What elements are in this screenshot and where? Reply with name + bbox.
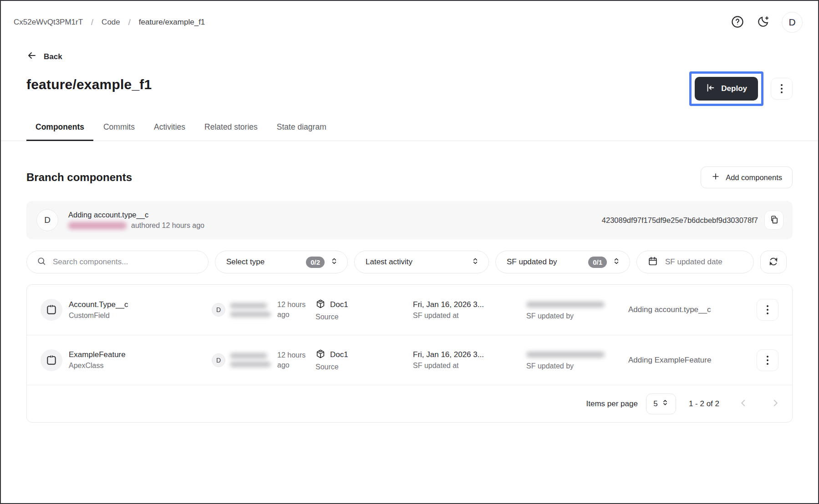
component-type: CustomField — [69, 312, 205, 320]
search-icon — [37, 257, 46, 268]
doc-sub: Source — [315, 313, 407, 321]
chevron-left-icon — [738, 398, 748, 409]
breadcrumb-code[interactable]: Code — [102, 18, 120, 27]
redacted-author-name — [230, 303, 271, 317]
component-name-cell: ExampleFeature ApexClass — [69, 350, 205, 370]
doc-name: Doc1 — [330, 350, 348, 359]
sort-chevrons-icon — [471, 257, 479, 267]
doc-sub: Source — [315, 363, 407, 371]
help-icon — [731, 15, 744, 30]
component-author-cell: D — [212, 353, 271, 367]
filter-bar: Select type 0/2 Latest activity — [26, 251, 793, 273]
user-avatar[interactable]: D — [782, 12, 803, 33]
back-button[interactable]: Back — [26, 50, 62, 63]
top-bar-actions: D — [731, 12, 803, 33]
component-row[interactable]: Account.Type__c CustomField D 12 hours a… — [27, 285, 792, 335]
refresh-button[interactable] — [760, 251, 787, 273]
stepper-chevrons-icon — [661, 399, 669, 408]
breadcrumb-branch[interactable]: feature/example_f1 — [139, 18, 205, 27]
copy-icon — [769, 215, 779, 226]
page-title: feature/example_f1 — [26, 71, 152, 92]
sf-updated-at-label: SF updated at — [413, 312, 520, 320]
breadcrumb: Cx52eWvQt3PM1rT / Code / feature/example… — [14, 18, 205, 27]
sf-updated-by-filter[interactable]: SF updated by 0/1 — [495, 251, 630, 273]
redacted-author-name — [230, 353, 271, 367]
dark-mode-toggle[interactable] — [756, 15, 770, 30]
chevron-right-icon — [770, 398, 780, 409]
breadcrumb-separator: / — [91, 18, 93, 27]
tab-state-diagram[interactable]: State diagram — [268, 118, 336, 141]
section-title: Branch components — [26, 171, 132, 184]
row-menu-button[interactable] — [757, 299, 778, 321]
table-footer: Items per page 5 1 - 2 of 2 — [27, 385, 792, 422]
sf-updated-date-filter[interactable]: SF updated date — [636, 251, 754, 273]
copy-hash-button[interactable] — [764, 211, 783, 230]
component-name: ExampleFeature — [69, 350, 205, 359]
redacted-updated-by-name — [526, 302, 605, 307]
redacted-author-name — [68, 222, 127, 229]
commit-texts: Adding account.type__c authored 12 hours… — [68, 211, 204, 230]
breadcrumb-repo[interactable]: Cx52eWvQt3PM1rT — [14, 18, 83, 27]
commit-authored-text: authored 12 hours ago — [131, 222, 204, 230]
tab-commits[interactable]: Commits — [94, 118, 144, 141]
component-type: ApexClass — [69, 362, 205, 370]
last-activity: 12 hours ago — [277, 300, 309, 319]
app-window: Cx52eWvQt3PM1rT / Code / feature/example… — [0, 0, 819, 504]
calendar-icon — [648, 256, 658, 268]
help-button[interactable] — [731, 15, 744, 30]
moon-plus-icon — [756, 15, 770, 30]
items-per-page-select[interactable]: 5 — [646, 393, 676, 414]
deploy-icon — [706, 83, 716, 95]
title-actions: Deploy — [689, 71, 793, 106]
sf-updated-at-value: Fri, Jan 16, 2026 3... — [413, 300, 520, 309]
author-avatar: D — [212, 353, 225, 367]
tab-components[interactable]: Components — [26, 118, 93, 141]
refresh-icon — [768, 257, 778, 268]
doc-cell: Doc1 Source — [315, 299, 407, 321]
title-row: feature/example_f1 Deploy — [26, 71, 793, 106]
tab-bar: Components Commits Activities Related st… — [1, 118, 818, 141]
items-per-page-label: Items per page — [586, 399, 637, 408]
sf-updated-by-label: SF updated by — [507, 257, 557, 267]
deploy-button[interactable]: Deploy — [695, 77, 758, 101]
plus-icon — [711, 172, 720, 183]
latest-activity-filter[interactable]: Latest activity — [354, 251, 489, 273]
next-page-button[interactable] — [770, 398, 780, 409]
cube-icon — [315, 349, 326, 361]
add-components-button[interactable]: Add components — [701, 166, 793, 188]
arrow-left-icon — [26, 50, 37, 63]
select-type-filter[interactable]: Select type 0/2 — [215, 251, 348, 273]
branch-menu-button[interactable] — [771, 78, 793, 100]
back-label: Back — [44, 52, 62, 61]
sf-updated-at-cell: Fri, Jan 16, 2026 3... SF updated at — [413, 350, 520, 370]
kebab-icon — [767, 356, 768, 365]
commit-byline: authored 12 hours ago — [68, 222, 204, 230]
sort-chevrons-icon — [330, 257, 338, 267]
sf-updated-at-label: SF updated at — [413, 362, 520, 370]
tab-related-stories[interactable]: Related stories — [195, 118, 267, 141]
commit-message: Adding account.type__c — [68, 211, 204, 219]
row-commit-message: Adding account.type__c — [628, 305, 750, 314]
row-commit-message: Adding ExampleFeature — [628, 356, 750, 365]
sf-updated-by-label: SF updated by — [526, 312, 622, 320]
tab-activities[interactable]: Activities — [145, 118, 194, 141]
row-menu-button[interactable] — [757, 349, 778, 371]
previous-page-button[interactable] — [738, 398, 748, 409]
pagination-range: 1 - 2 of 2 — [689, 399, 719, 408]
deploy-label: Deploy — [721, 84, 747, 93]
pagination-nav — [738, 398, 780, 409]
search-input[interactable] — [53, 257, 198, 267]
component-row[interactable]: ExampleFeature ApexClass D 12 hours ago — [27, 335, 792, 385]
deploy-highlight-frame: Deploy — [689, 71, 763, 106]
kebab-icon — [781, 84, 783, 93]
component-type-icon — [41, 299, 62, 321]
cube-icon — [315, 299, 326, 311]
author-avatar: D — [212, 303, 225, 317]
sf-updated-date-label: SF updated date — [665, 257, 722, 267]
sf-updated-by-count-badge: 0/1 — [588, 257, 607, 268]
main-content: Back feature/example_f1 Deploy — [1, 50, 818, 423]
top-bar: Cx52eWvQt3PM1rT / Code / feature/example… — [1, 1, 818, 33]
sf-updated-at-value: Fri, Jan 16, 2026 3... — [413, 350, 520, 359]
select-type-count-badge: 0/2 — [306, 257, 325, 268]
component-name-cell: Account.Type__c CustomField — [69, 300, 205, 320]
